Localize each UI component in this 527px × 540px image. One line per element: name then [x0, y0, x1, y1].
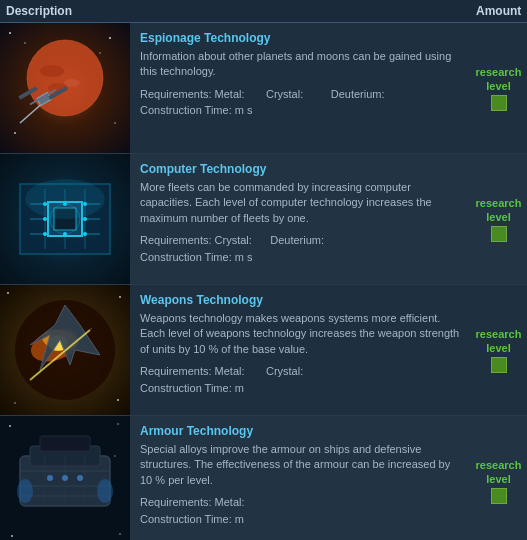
weapons-research-button[interactable] — [491, 357, 507, 373]
table-row: Espionage Technology Information about o… — [0, 23, 527, 154]
armour-name: Armour Technology — [140, 424, 460, 438]
computer-info: Computer Technology More fleets can be c… — [130, 154, 470, 284]
espionage-info: Espionage Technology Information about o… — [130, 23, 470, 153]
espionage-name: Espionage Technology — [140, 31, 460, 45]
svg-point-58 — [77, 475, 83, 481]
svg-point-61 — [9, 425, 11, 427]
svg-point-2 — [40, 65, 64, 77]
svg-point-30 — [83, 217, 87, 221]
computer-name: Computer Technology — [140, 162, 460, 176]
description-header: Description — [0, 0, 470, 22]
svg-point-13 — [99, 52, 101, 54]
espionage-research-button[interactable] — [491, 95, 507, 111]
weapons-amount: researchlevel — [470, 285, 527, 415]
svg-point-60 — [97, 479, 113, 503]
armour-reqs: Requirements: Metal: Construction Time: … — [140, 494, 460, 527]
weapons-info: Weapons Technology Weapons technology ma… — [130, 285, 470, 415]
svg-point-33 — [83, 232, 87, 236]
espionage-desc: Information about other planets and moon… — [140, 49, 460, 80]
table-row: Weapons Technology Weapons technology ma… — [0, 285, 527, 416]
svg-point-31 — [43, 232, 47, 236]
weapons-research-text: researchlevel — [476, 327, 522, 356]
weapons-reqs: Requirements: Metal: Crystal: Constructi… — [140, 363, 460, 396]
computer-reqs: Requirements: Crystal: Deuterium: Constr… — [140, 232, 460, 265]
svg-rect-49 — [40, 436, 90, 451]
amount-header: Amount — [470, 0, 527, 22]
svg-point-34 — [25, 179, 105, 219]
svg-point-12 — [109, 37, 111, 39]
armour-desc: Special alloys improve the armour on shi… — [140, 442, 460, 488]
espionage-image — [0, 23, 130, 153]
weapons-image — [0, 285, 130, 415]
svg-point-42 — [7, 292, 9, 294]
computer-research-button[interactable] — [491, 226, 507, 242]
svg-point-10 — [9, 32, 11, 34]
armour-research-button[interactable] — [491, 488, 507, 504]
table-row: Computer Technology More fleets can be c… — [0, 154, 527, 285]
espionage-research-text: researchlevel — [476, 65, 522, 94]
svg-point-65 — [114, 455, 116, 457]
svg-point-57 — [62, 475, 68, 481]
svg-point-15 — [114, 122, 116, 124]
svg-point-32 — [63, 232, 67, 236]
computer-desc: More fleets can be commanded by increasi… — [140, 180, 460, 226]
svg-point-63 — [11, 535, 13, 537]
svg-point-11 — [24, 42, 26, 44]
armour-research-text: researchlevel — [476, 458, 522, 487]
table-header: Description Amount — [0, 0, 527, 23]
espionage-amount: researchlevel — [470, 23, 527, 153]
weapons-name: Weapons Technology — [140, 293, 460, 307]
svg-point-45 — [117, 399, 119, 401]
armour-image — [0, 416, 130, 540]
svg-point-62 — [117, 423, 119, 425]
espionage-reqs: Requirements: Metal: Crystal: Deuterium:… — [140, 86, 460, 119]
svg-point-44 — [14, 402, 16, 404]
computer-amount: researchlevel — [470, 154, 527, 284]
svg-point-59 — [17, 479, 33, 503]
svg-point-56 — [47, 475, 53, 481]
svg-point-29 — [43, 217, 47, 221]
svg-point-14 — [14, 132, 16, 134]
weapons-desc: Weapons technology makes weapons systems… — [140, 311, 460, 357]
armour-amount: researchlevel — [470, 416, 527, 540]
svg-point-43 — [119, 296, 121, 298]
computer-image — [0, 154, 130, 284]
armour-info: Armour Technology Special alloys improve… — [130, 416, 470, 540]
table-row: Armour Technology Special alloys improve… — [0, 416, 527, 540]
svg-point-64 — [119, 533, 121, 535]
computer-research-text: researchlevel — [476, 196, 522, 225]
